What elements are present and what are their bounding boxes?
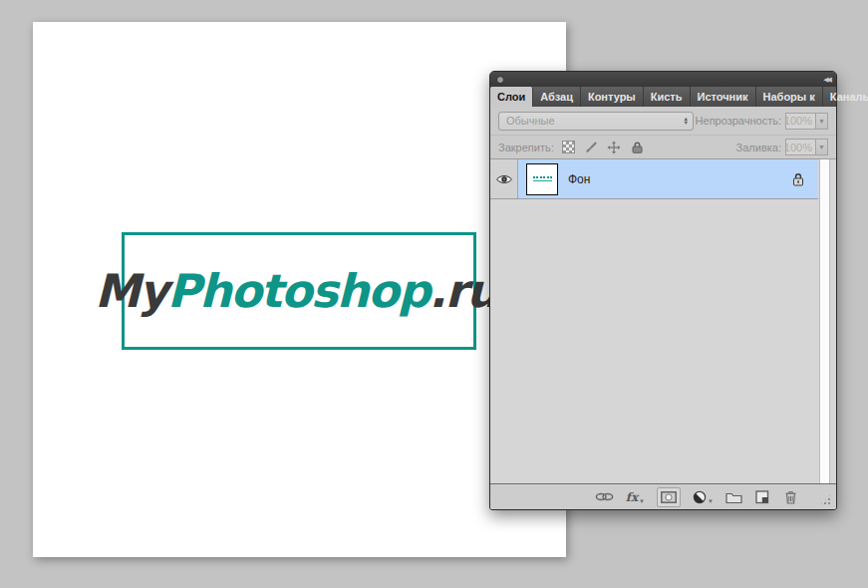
panel-resize-grip[interactable] (819, 493, 832, 506)
lock-position-icon[interactable] (607, 140, 622, 154)
lock-all-icon[interactable] (630, 140, 645, 154)
blend-mode-select[interactable]: Обычные ▲▼ (498, 112, 694, 131)
logo-part-ru: .ru (430, 264, 497, 318)
layer-locked-icon (792, 172, 804, 186)
panel-controls: Обычные ▲▼ Непрозрачность: 100% ▼ Закреп… (490, 107, 836, 159)
tab-brush[interactable]: Кисть (644, 87, 691, 107)
new-adjustment-layer-icon[interactable]: ▼ (693, 488, 714, 506)
lock-pixels-icon[interactable] (584, 140, 599, 154)
link-layers-icon[interactable] (595, 488, 614, 506)
panel-tabbar: Слои Абзац Контуры Кисть Источник Наборы… (490, 87, 836, 107)
collapse-panel-icon[interactable]: ◀◀ (823, 76, 830, 83)
thumbnail-logo-text (533, 176, 552, 178)
thumbnail-logo-line (533, 180, 552, 182)
new-group-icon[interactable] (725, 488, 742, 506)
layers-scrollbar[interactable] (819, 159, 830, 483)
layer-visibility-toggle[interactable] (490, 159, 518, 198)
fill-field[interactable]: 100% ▼ (785, 139, 828, 155)
opacity-label: Непрозрачность: (696, 115, 781, 127)
select-arrows-icon: ▲▼ (684, 117, 689, 125)
panel-titlebar: ◀◀ (490, 72, 836, 87)
lock-label: Закрепить: (498, 142, 554, 153)
photoshop-workspace: MyPhotoshop.ru ◀◀ Слои Абзац Контуры Кис… (0, 0, 868, 588)
logo-part-my: My (95, 264, 167, 318)
panel-footer: fx▼ ▼ (490, 483, 836, 509)
document-canvas: MyPhotoshop.ru (33, 22, 566, 557)
fill-dropdown-icon[interactable]: ▼ (815, 139, 828, 155)
tab-channels[interactable]: Каналы (823, 87, 868, 107)
layers-panel: ◀◀ Слои Абзац Контуры Кисть Источник Наб… (489, 71, 837, 510)
close-panel-button[interactable] (496, 76, 504, 84)
delete-layer-icon[interactable] (782, 488, 798, 506)
fill-label: Заливка: (736, 142, 781, 153)
layer-row[interactable]: Фон (490, 159, 818, 199)
opacity-value: 100% (785, 113, 815, 130)
layer-selected-area[interactable]: Фон (518, 159, 818, 198)
fill-value: 100% (785, 139, 815, 155)
tab-paths[interactable]: Контуры (581, 87, 644, 107)
logo-part-photoshop: Photoshop (167, 264, 430, 318)
layer-style-icon[interactable]: fx▼ (626, 488, 645, 506)
lock-transparency-icon[interactable] (561, 140, 576, 154)
tab-paragraph[interactable]: Абзац (533, 87, 581, 107)
layer-name: Фон (568, 172, 590, 186)
tab-source[interactable]: Источник (691, 87, 756, 107)
blend-mode-value: Обычные (506, 115, 684, 127)
adjustment-dropdown-arrow-icon: ▼ (708, 498, 714, 506)
new-layer-icon[interactable] (754, 488, 770, 506)
eye-icon (496, 174, 512, 184)
logo-text: MyPhotoshop.ru (95, 264, 503, 318)
fx-dropdown-arrow-icon: ▼ (639, 498, 645, 506)
opacity-dropdown-icon[interactable]: ▼ (815, 113, 828, 130)
tab-layers[interactable]: Слои (490, 87, 533, 107)
tab-presets[interactable]: Наборы к (756, 87, 823, 107)
opacity-field[interactable]: 100% ▼ (785, 113, 828, 130)
logo-frame: MyPhotoshop.ru (122, 232, 476, 350)
layers-list: Фон (490, 159, 836, 483)
add-layer-mask-icon[interactable] (657, 487, 681, 507)
layer-thumbnail[interactable] (526, 163, 558, 195)
